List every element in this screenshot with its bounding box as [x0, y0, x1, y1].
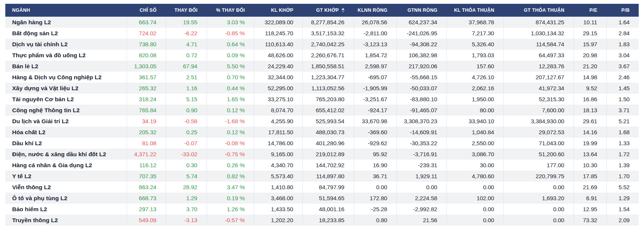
cell-klnn-rong: 33,670.98 — [354, 116, 396, 127]
cell-klnn-rong: 2,598.97 — [354, 61, 396, 72]
header-row: NGÀNHCHỈ SỐTHAY ĐỔI% THAY ĐỔIKL KHỚPGT K… — [5, 4, 639, 17]
cell-pct-thay-doi: 0.64 % — [207, 39, 254, 50]
cell-gtnn-rong: 21.56 — [396, 215, 447, 226]
cell-kl-thoa-thuan: 1,950.00 — [447, 94, 503, 105]
sector-row[interactable]: Hàng cá nhân & Gia dụng L2116.120.300.26… — [5, 160, 639, 171]
sector-row[interactable]: Hàng & Dịch vụ Công nghiệp L2361.572.510… — [5, 72, 639, 83]
sector-name: Viễn thông L2 — [5, 182, 127, 193]
sector-row[interactable]: Viễn thông L2863.2428.923.47 %1,410.8084… — [5, 182, 639, 193]
sector-row[interactable]: Công nghệ Thông tin L2765.840.900.12 %8,… — [5, 105, 639, 116]
column-header-label: % THAY ĐỔI — [216, 8, 245, 13]
sector-name: Bán lẻ L2 — [5, 61, 127, 72]
cell-kl-thoa-thuan: 1,040.84 — [447, 127, 503, 138]
sector-board: NGÀNHCHỈ SỐTHAY ĐỔI% THAY ĐỔIKL KHỚPGT K… — [5, 4, 639, 226]
sector-name: Thực phẩm và đồ uống L2 — [5, 50, 127, 61]
cell-gt-thoa-thuan: 29,072.53 — [503, 127, 573, 138]
column-header-kl-thoa-thuan[interactable]: KL THỎA THUẬN — [447, 4, 503, 17]
cell-pe: 14.16 — [573, 127, 606, 138]
sector-row[interactable]: Dịch vụ tài chính L2738.804.710.64 %110,… — [5, 39, 639, 50]
cell-gt-thoa-thuan: 3,384,930.00 — [503, 116, 573, 127]
cell-chi-so: 738.80 — [127, 39, 166, 50]
cell-chi-so: 724.02 — [127, 28, 166, 39]
cell-gt-khop: 1,850,558.51 — [302, 61, 354, 72]
cell-kl-thoa-thuan: 1,793.03 — [447, 50, 503, 61]
column-header-kl-khop[interactable]: KL KHỚP — [254, 4, 302, 17]
cell-kl-khop: 4,255.90 — [254, 116, 302, 127]
column-header-label: KL THỎA THUẬN — [454, 8, 494, 13]
cell-kl-thoa-thuan: 102.00 — [447, 193, 503, 204]
sector-row[interactable]: Hóa chất L2205.320.250.12 %17,811.50488,… — [5, 127, 639, 138]
column-header-pe[interactable]: P/E — [573, 4, 606, 17]
column-header-gt-khop[interactable]: GT KHỚP — [302, 4, 354, 17]
cell-gt-thoa-thuan: 0.00 — [503, 204, 573, 215]
cell-pe: 6.91 — [573, 193, 606, 204]
cell-kl-khop: 14,786.00 — [254, 138, 302, 149]
cell-pct-thay-doi: -0.75 % — [207, 149, 254, 160]
column-header-pct-thay-doi[interactable]: % THAY ĐỔI — [207, 4, 254, 17]
cell-kl-thoa-thuan: 30.00 — [447, 160, 503, 171]
cell-klnn-rong: -3,123.13 — [354, 39, 396, 50]
cell-kl-thoa-thuan: 7,217.30 — [447, 28, 503, 39]
cell-kl-khop: 32,344.00 — [254, 72, 302, 83]
sector-row[interactable]: Bảo hiểm L2297.133.701.26 %1,433.5048,00… — [5, 204, 639, 215]
column-header-gt-thoa-thuan[interactable]: GT THỎA THUẬN — [503, 4, 573, 17]
cell-kl-thoa-thuan: 33,940.10 — [447, 116, 503, 127]
cell-pe: 15.97 — [573, 39, 606, 50]
column-header-thay-doi[interactable]: THAY ĐỔI — [166, 4, 207, 17]
sector-row[interactable]: Tài nguyên Cơ bản L2318.245.151.65 %33,2… — [5, 94, 639, 105]
sector-row[interactable]: Bất động sản L2724.02-6.22-0.85 %118,245… — [5, 28, 639, 39]
cell-gt-thoa-thuan: 64,497.33 — [503, 50, 573, 61]
cell-pe: 12.95 — [573, 204, 606, 215]
cell-thay-doi: -6.22 — [166, 28, 207, 39]
sector-row[interactable]: Dầu khí L281.08-0.07-0.08 %14,786.00401,… — [5, 138, 639, 149]
cell-thay-doi: -0.07 — [166, 138, 207, 149]
sector-row[interactable]: Y tế L2707.355.740.82 %5,573.40114,897.8… — [5, 171, 639, 182]
cell-klnn-rong: 172.80 — [354, 193, 396, 204]
sector-row[interactable]: Truyền thông L2549.09-3.13-0.57 %1,202.2… — [5, 215, 639, 226]
sort-desc-arrow-icon — [342, 11, 345, 13]
sector-row[interactable]: Thực phẩm và đồ uống L2820.080.720.09 %4… — [5, 50, 639, 61]
cell-pct-thay-doi: 1.26 % — [207, 204, 254, 215]
column-header-gtnn-rong[interactable]: GTNN RÒNG — [396, 4, 447, 17]
cell-gtnn-rong: -2,992.82 — [396, 204, 447, 215]
column-header-pb[interactable]: P/B — [606, 4, 639, 17]
sector-row[interactable]: Ngân hàng L2663.7419.553.03 %322,089.008… — [5, 17, 639, 28]
cell-pb: 2.84 — [606, 28, 639, 39]
sector-row[interactable]: Ô tô và phụ tùng L2668.731.290.19 %3,468… — [5, 193, 639, 204]
column-header-nganh[interactable]: NGÀNH — [5, 4, 127, 17]
cell-klnn-rong: -695.07 — [354, 72, 396, 83]
cell-kl-thoa-thuan: 0.00 — [447, 204, 503, 215]
cell-kl-thoa-thuan: 157.60 — [447, 61, 503, 72]
sector-row[interactable]: Xây dựng và Vật liệu L2265.321.160.44 %5… — [5, 83, 639, 94]
cell-gt-thoa-thuan: 71,043.00 — [503, 138, 573, 149]
sector-row[interactable]: Du lịch và Giải trí L234.19-0.58-1.68 %4… — [5, 116, 639, 127]
column-header-label: GT THỎA THUẬN — [524, 8, 564, 13]
sector-row[interactable]: Bán lẻ L21,303.0567.945.50 %24,229.401,8… — [5, 61, 639, 72]
cell-pb: 3.04 — [606, 50, 639, 61]
cell-kl-khop: 8,074.70 — [254, 105, 302, 116]
cell-pb: 1.64 — [606, 17, 639, 28]
cell-gt-khop: 219,012.89 — [302, 149, 354, 160]
cell-klnn-rong: 1,854.72 — [354, 50, 396, 61]
cell-thay-doi: 5.74 — [166, 171, 207, 182]
cell-chi-so: 1,303.05 — [127, 61, 166, 72]
cell-gt-thoa-thuan: 114,584.74 — [503, 39, 573, 50]
cell-gt-khop: 655,412.02 — [302, 105, 354, 116]
cell-kl-thoa-thuan: 5,326.40 — [447, 39, 503, 50]
cell-chi-so: 668.73 — [127, 193, 166, 204]
cell-gt-thoa-thuan: 0.00 — [503, 182, 573, 193]
cell-kl-thoa-thuan: 37,968.78 — [447, 17, 503, 28]
sector-name: Điện, nước & xăng dầu khí đốt L2 — [5, 149, 127, 160]
cell-kl-khop: 3,468.00 — [254, 193, 302, 204]
cell-gtnn-rong: 0.00 — [396, 182, 447, 193]
cell-kl-khop: 17,811.50 — [254, 127, 302, 138]
column-header-chi-so[interactable]: CHỈ SỐ — [127, 4, 166, 17]
cell-gt-khop: 84,797.99 — [302, 182, 354, 193]
cell-klnn-rong: 0.80 — [354, 215, 396, 226]
cell-gt-thoa-thuan: 7,600.00 — [503, 105, 573, 116]
cell-pb: 2.46 — [606, 72, 639, 83]
sector-row[interactable]: Điện, nước & xăng dầu khí đốt L24,371.22… — [5, 149, 639, 160]
column-header-label: CHỈ SỐ — [139, 8, 157, 13]
column-header-klnn-rong[interactable]: KLNN RÒNG — [354, 4, 396, 17]
sector-name: Hàng & Dịch vụ Công nghiệp L2 — [5, 72, 127, 83]
